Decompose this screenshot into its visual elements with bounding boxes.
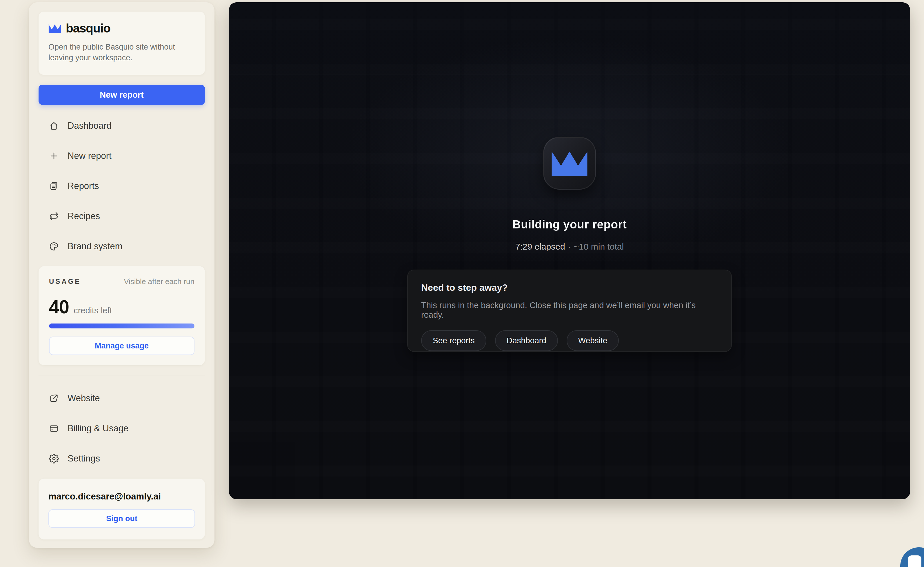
sidebar-item-label: Recipes bbox=[68, 211, 100, 222]
sidebar-item-label: Billing & Usage bbox=[68, 423, 128, 434]
sidebar-item-brand-system[interactable]: Brand system bbox=[39, 231, 205, 261]
account-email: marco.dicesare@loamly.ai bbox=[48, 491, 195, 502]
sidebar-item-website[interactable]: Website bbox=[39, 383, 205, 413]
report-progress-panel: Building your report 7:29 elapsed·~10 mi… bbox=[229, 2, 910, 499]
step-away-actions: See reports Dashboard Website bbox=[421, 330, 718, 351]
estimated-total-time: ~10 min total bbox=[574, 242, 624, 251]
build-status-title: Building your report bbox=[229, 218, 910, 231]
elapsed-time: 7:29 elapsed bbox=[515, 242, 565, 251]
credits-label: credits left bbox=[74, 306, 112, 315]
app-badge bbox=[543, 137, 596, 190]
sidebar-item-new-report[interactable]: New report bbox=[39, 141, 205, 171]
repeat-icon bbox=[49, 212, 59, 221]
sidebar-item-label: Dashboard bbox=[68, 121, 112, 131]
primary-nav: Dashboard New report Reports Recipes bbox=[39, 111, 205, 261]
manage-usage-button[interactable]: Manage usage bbox=[49, 336, 195, 355]
sidebar-item-label: Settings bbox=[68, 453, 100, 464]
usage-note: Visible after each run bbox=[124, 277, 195, 286]
sidebar-item-settings[interactable]: Settings bbox=[39, 444, 205, 474]
sidebar-item-reports[interactable]: Reports bbox=[39, 171, 205, 201]
usage-progress-bar bbox=[49, 324, 195, 328]
sidebar-item-label: Reports bbox=[68, 181, 99, 191]
app-tagline: Open the public Basquio site without lea… bbox=[48, 42, 195, 63]
sidebar-item-label: Website bbox=[68, 393, 100, 404]
sidebar-divider bbox=[39, 375, 205, 375]
account-card: marco.dicesare@loamly.ai Sign out bbox=[39, 478, 205, 540]
dashboard-button[interactable]: Dashboard bbox=[495, 330, 558, 351]
sidebar-item-label: Brand system bbox=[68, 241, 123, 252]
credits-value: 40 bbox=[49, 296, 69, 318]
build-status-timer: 7:29 elapsed·~10 min total bbox=[229, 242, 910, 252]
secondary-nav: Website Billing & Usage Settings bbox=[39, 383, 205, 474]
new-report-button[interactable]: New report bbox=[39, 85, 205, 105]
sidebar: basquio Open the public Basquio site wit… bbox=[29, 2, 214, 548]
crown-logo-icon bbox=[48, 24, 61, 33]
app-name: basquio bbox=[66, 21, 110, 35]
step-away-body: This runs in the background. Close this … bbox=[421, 301, 718, 320]
sidebar-item-billing-usage[interactable]: Billing & Usage bbox=[39, 413, 205, 444]
plus-icon bbox=[49, 151, 59, 161]
usage-progress-fill bbox=[49, 324, 195, 328]
home-icon bbox=[49, 121, 59, 131]
credit-card-icon bbox=[49, 423, 59, 434]
timer-separator: · bbox=[568, 242, 571, 251]
external-link-icon bbox=[49, 393, 59, 403]
step-away-card: Need to step away? This runs in the back… bbox=[407, 270, 732, 352]
sign-out-button[interactable]: Sign out bbox=[48, 509, 195, 528]
reports-icon bbox=[49, 181, 59, 191]
see-reports-button[interactable]: See reports bbox=[421, 330, 486, 351]
chat-bubble-icon bbox=[908, 555, 921, 567]
step-away-title: Need to step away? bbox=[421, 282, 718, 293]
crown-badge-icon bbox=[551, 150, 588, 176]
gear-icon bbox=[49, 454, 59, 464]
sidebar-item-recipes[interactable]: Recipes bbox=[39, 201, 205, 231]
palette-icon bbox=[49, 242, 59, 251]
workspace-logo-card[interactable]: basquio Open the public Basquio site wit… bbox=[39, 12, 205, 75]
sidebar-item-label: New report bbox=[68, 151, 112, 161]
sidebar-item-dashboard[interactable]: Dashboard bbox=[39, 111, 205, 141]
website-button[interactable]: Website bbox=[567, 330, 619, 351]
usage-card: USAGE Visible after each run 40 credits … bbox=[39, 266, 205, 365]
chat-launcher-button[interactable] bbox=[900, 547, 924, 567]
usage-heading: USAGE bbox=[49, 278, 81, 285]
